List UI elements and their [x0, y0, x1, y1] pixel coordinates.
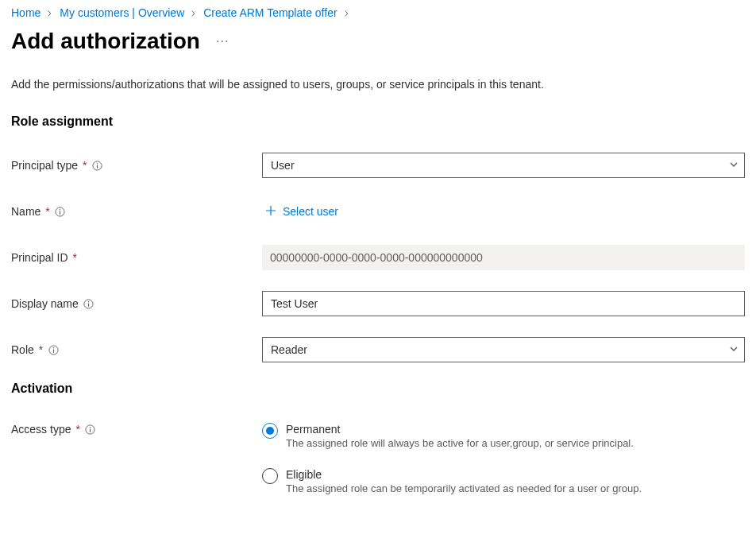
- field-role: Role *: [11, 335, 745, 364]
- section-title-activation: Activation: [11, 382, 745, 396]
- info-icon[interactable]: [85, 424, 96, 435]
- svg-rect-11: [53, 349, 54, 352]
- page-description: Add the permissions/authorizations that …: [11, 78, 745, 91]
- label-access-type: Access type *: [11, 418, 262, 436]
- radio-text: Eligible The assigned role can be tempor…: [286, 468, 642, 494]
- svg-rect-14: [90, 428, 91, 432]
- svg-point-10: [53, 347, 54, 347]
- svg-rect-2: [97, 165, 98, 168]
- chevron-right-icon: [344, 6, 350, 19]
- radio-description: The assigned role will always be active …: [286, 437, 634, 449]
- principal-type-value[interactable]: [262, 153, 745, 178]
- radio-description: The assigned role can be temporarily act…: [286, 482, 642, 494]
- label-role: Role *: [11, 343, 262, 356]
- radio-button-icon: [262, 423, 278, 439]
- field-principal-id: Principal ID * 00000000-0000-0000-0000-0…: [11, 243, 745, 272]
- label-display-name: Display name: [11, 297, 262, 310]
- breadcrumb-item-create-offer[interactable]: Create ARM Template offer: [203, 6, 337, 19]
- radio-option-eligible[interactable]: Eligible The assigned role can be tempor…: [262, 468, 745, 494]
- field-access-type: Access type * Permanent The assigned rol…: [11, 418, 745, 494]
- label-name: Name *: [11, 205, 262, 218]
- more-actions-button[interactable]: ···: [216, 34, 229, 48]
- label-principal-id: Principal ID *: [11, 251, 262, 264]
- svg-point-7: [88, 300, 89, 301]
- access-type-radio-group: Permanent The assigned role will always …: [262, 418, 745, 494]
- label-principal-type: Principal type *: [11, 159, 262, 172]
- svg-point-13: [90, 426, 91, 427]
- required-indicator: *: [39, 343, 43, 356]
- svg-rect-5: [60, 211, 60, 214]
- select-user-button[interactable]: Select user: [262, 200, 341, 223]
- info-icon[interactable]: [48, 344, 59, 355]
- breadcrumb: Home My customers | Overview Create ARM …: [11, 0, 745, 25]
- svg-rect-8: [88, 303, 89, 306]
- required-indicator: *: [83, 159, 87, 172]
- role-select[interactable]: [262, 337, 745, 362]
- role-value[interactable]: [262, 337, 745, 362]
- radio-label: Eligible: [286, 468, 642, 481]
- page-title-row: Add authorization ···: [11, 29, 745, 54]
- field-name: Name * Select user: [11, 197, 745, 226]
- radio-label: Permanent: [286, 423, 634, 436]
- svg-point-4: [60, 208, 60, 209]
- plus-icon: [265, 205, 276, 219]
- breadcrumb-item-customers[interactable]: My customers | Overview: [60, 6, 184, 19]
- page-title: Add authorization: [11, 29, 200, 54]
- chevron-right-icon: [191, 6, 197, 19]
- field-principal-type: Principal type *: [11, 151, 745, 180]
- info-icon[interactable]: [92, 160, 103, 171]
- required-indicator: *: [73, 251, 77, 264]
- principal-id-field: 00000000-0000-0000-0000-000000000000: [262, 245, 745, 270]
- radio-option-permanent[interactable]: Permanent The assigned role will always …: [262, 423, 745, 449]
- breadcrumb-item-home[interactable]: Home: [11, 6, 40, 19]
- section-title-role-assignment: Role assignment: [11, 114, 745, 129]
- display-name-input[interactable]: [262, 291, 745, 316]
- chevron-right-icon: [47, 6, 53, 19]
- svg-point-1: [97, 162, 98, 163]
- principal-type-select[interactable]: [262, 153, 745, 178]
- info-icon[interactable]: [83, 298, 94, 309]
- radio-button-icon: [262, 468, 278, 484]
- required-indicator: *: [75, 423, 79, 436]
- field-display-name: Display name: [11, 289, 745, 318]
- info-icon[interactable]: [55, 206, 66, 217]
- required-indicator: *: [45, 205, 49, 218]
- radio-text: Permanent The assigned role will always …: [286, 423, 634, 449]
